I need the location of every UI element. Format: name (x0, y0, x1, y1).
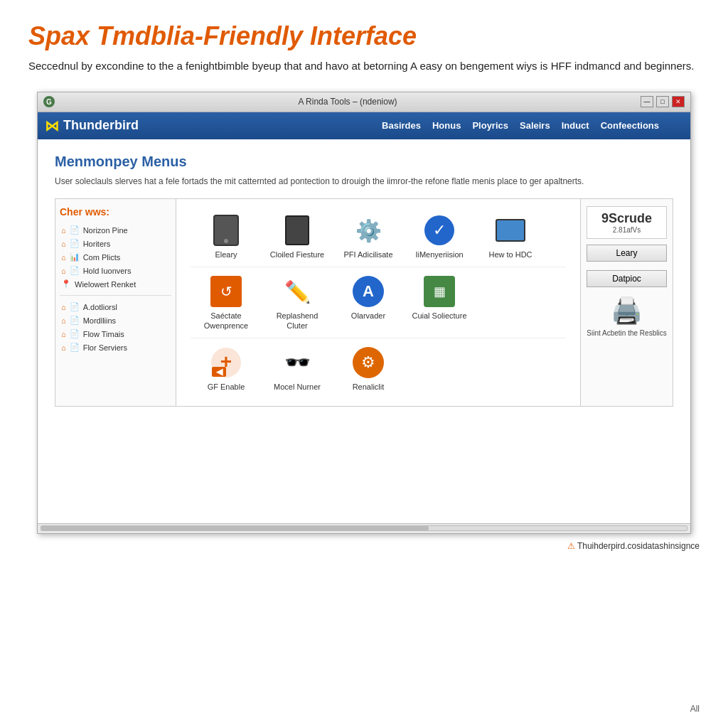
sidebar-item-2[interactable]: ⌂ 📄 Horiters (60, 237, 171, 250)
menu-item-ployrics[interactable]: Ployrics (472, 120, 508, 131)
sidebar-icon-3: ⌂ (61, 253, 66, 262)
gear-icon: ⚙️ (351, 213, 385, 247)
sidebar-icon-9b: 📄 (70, 343, 80, 352)
app-content: Menmonpey Menus User soleclauls slerves … (38, 139, 690, 523)
sidebar-label-3: Com Plicts (83, 253, 121, 262)
sidebar-item-8[interactable]: ⌂ 📄 Flow Timais (60, 327, 171, 341)
icon-row-3: + ◀ GF Enable 🕶️ Mocel Nurner (191, 338, 566, 399)
edit-icon: ✏️ (280, 274, 314, 309)
sidebar-label-8: Flow Timais (83, 330, 124, 338)
sidebar-icon-4: ⌂ (61, 267, 66, 275)
icon-label-mocel: Mocel Nurner (274, 382, 321, 392)
footer-link-text: Thuihderpird (577, 541, 625, 551)
icon-label-hew: Hew to HDC (488, 250, 532, 259)
tablet-icon (209, 213, 243, 247)
sidebar-label-7: Mordlliins (83, 316, 116, 325)
icon-cell-mocel[interactable]: 🕶️ Mocel Nurner (262, 338, 333, 399)
maximize-button[interactable]: □ (656, 96, 669, 107)
icon-cell-imenyeriision[interactable]: ✓ IiMenyeriision (404, 206, 475, 267)
sidebar-label-5: Wielowert Renket (75, 280, 136, 289)
icon-label-eleary: Eleary (215, 250, 237, 259)
page-title: Spax Tmdblia-Friendly Interface (28, 21, 700, 51)
sidebar-label-1: Norizon Pine (83, 226, 128, 235)
settings-gear-icon: ⚙ (351, 346, 385, 380)
window-titlebar: G A Rinda Tools – (ndeniow) — □ ✕ (38, 92, 690, 112)
icon-cell-cloiled[interactable]: Cloiled Fiesture (262, 206, 333, 267)
datpioc-button[interactable]: Datpioc (587, 270, 667, 287)
sidebar-icon-6: ⌂ (61, 303, 66, 311)
app-logo-text: Thunderbird (63, 118, 139, 133)
sidebar-item-9[interactable]: ⌂ 📄 Flor Serviers (60, 341, 171, 354)
sidebar-label-2: Horiters (83, 240, 111, 248)
app-menubar: ⋈ Thunderbird Basirdes Honus Ployrics Sa… (38, 112, 690, 139)
icon-cell-hew[interactable]: Hew to HDC (475, 206, 546, 267)
footer-brand[interactable]: ⚠ Thuihderpird.cosidatashinsignce (567, 541, 700, 551)
menu-item-saleirs[interactable]: Saleirs (520, 120, 550, 131)
calc-icon (280, 213, 314, 247)
application-window: G A Rinda Tools – (ndeniow) — □ ✕ ⋈ Thun… (37, 92, 691, 534)
icon-label-pfi: PFI Adicilisate (343, 250, 392, 259)
close-button[interactable]: ✕ (672, 96, 685, 107)
icon-cell-gf-enable[interactable]: + ◀ GF Enable (191, 338, 262, 399)
sidebar-icon-2: ⌂ (61, 240, 66, 248)
icon-label-renaliclit: Renaliclit (353, 382, 385, 392)
hscroll-thumb[interactable] (41, 526, 429, 530)
version-title: 9Scrude (592, 211, 662, 226)
app-menu-items: Basirdes Honus Ployrics Saleirs Induct C… (382, 120, 659, 131)
plus-add-icon: + ◀ (209, 346, 243, 380)
menu-item-confeections[interactable]: Confeections (601, 120, 659, 131)
icon-label-saectate: Saéctate Owenprence (195, 311, 257, 330)
sidebar-item-1[interactable]: ⌂ 📄 Norizon Pine (60, 223, 171, 237)
icon-label-gf-enable: GF Enable (208, 382, 245, 392)
menu-item-basirdes[interactable]: Basirdes (382, 120, 421, 131)
right-panel-version-box: 9Scrude 2.81afVs (587, 206, 667, 239)
horizontal-scrollbar[interactable] (38, 523, 690, 533)
printer-area: 🖨️ Siint Acbetin the Resblics (587, 296, 667, 338)
sidebar-icon-8: ⌂ (61, 330, 66, 338)
window-controls: — □ ✕ (641, 96, 685, 107)
icon-grid: Eleary Cloiled Fiesture ⚙️ PFI Adicilisa… (183, 199, 573, 406)
monitor-icon (493, 213, 528, 247)
sidebar-divider (60, 295, 171, 296)
content-layout: Cher wws: ⌂ 📄 Norizon Pine ⌂ 📄 Horiters … (55, 198, 673, 407)
sidebar-item-7[interactable]: ⌂ 📄 Mordlliins (60, 314, 171, 327)
icon-label-olarvader: Olarvader (351, 311, 385, 321)
minimize-button[interactable]: — (641, 96, 653, 107)
sidebar-item-6[interactable]: ⌂ 📄 A.dotliorsl (60, 300, 171, 314)
icon-cell-replashend[interactable]: ✏️ Replashend Cluter (262, 267, 333, 337)
hscroll-track[interactable] (41, 525, 687, 531)
sidebar: Cher wws: ⌂ 📄 Norizon Pine ⌂ 📄 Horiters … (55, 199, 176, 406)
app-icon: G (43, 96, 55, 107)
sidebar-icon-8b: 📄 (70, 329, 80, 338)
icon-cell-renaliclit[interactable]: ⚙ Renaliclit (333, 338, 404, 399)
icon-cell-cuial[interactable]: ▦ Cuial Soliecture (404, 267, 475, 337)
version-sub: 2.81afVs (592, 226, 662, 234)
icon-cell-pfi[interactable]: ⚙️ PFI Adicilisate (333, 206, 404, 267)
section-desc: User soleclauls slerves hat a fele forta… (55, 176, 673, 188)
icon-label-replashend: Replashend Cluter (266, 311, 328, 330)
sidebar-label-6: A.dotliorsl (83, 303, 117, 311)
sidebar-item-3[interactable]: ⌂ 📊 Com Plicts (60, 250, 171, 264)
icon-label-cuial: Cuial Soliecture (412, 311, 466, 321)
sidebar-item-5[interactable]: 📍 Wielowert Renket (60, 277, 171, 291)
icon-cell-saectate[interactable]: ↺ Saéctate Owenprence (191, 267, 262, 337)
section-title: Menmonpey Menus (55, 154, 673, 170)
icon-cell-olarvader[interactable]: A Olarvader (333, 267, 404, 337)
circle-a-icon: A (351, 274, 385, 309)
thunderbird-logo-icon: ⋈ (45, 117, 59, 134)
sidebar-icon-1: ⌂ (61, 226, 66, 235)
icon-row-1: Eleary Cloiled Fiesture ⚙️ PFI Adicilisa… (191, 206, 566, 267)
sidebar-icon-4b: 📄 (70, 266, 80, 275)
printer-label: Siint Acbetin the Resblics (587, 328, 666, 338)
icon-cell-eleary[interactable]: Eleary (191, 206, 262, 267)
menu-item-honus[interactable]: Honus (432, 120, 461, 131)
right-panel: 9Scrude 2.81afVs Leary Datpioc 🖨️ Siint … (580, 199, 673, 406)
leary-button[interactable]: Leary (587, 245, 667, 262)
svg-text:◀: ◀ (215, 367, 223, 377)
sidebar-icon-5: 📍 (61, 279, 71, 289)
app-logo: ⋈ Thunderbird (45, 117, 139, 134)
menu-item-induct[interactable]: Induct (562, 120, 589, 131)
sidebar-item-4[interactable]: ⌂ 📄 Hold Iuonvers (60, 264, 171, 277)
sidebar-icon-7: ⌂ (61, 316, 66, 325)
page-subtitle: Seccednul by excondine to the a fenightb… (28, 58, 700, 75)
